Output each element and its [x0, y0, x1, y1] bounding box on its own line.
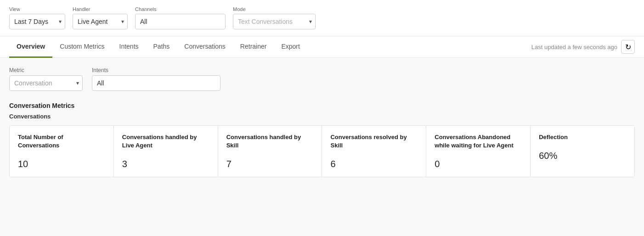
metric-select[interactable]: Conversation — [9, 75, 83, 91]
nav-tabs-left: Overview Custom Metrics Intents Paths Co… — [9, 36, 531, 57]
metric-cards-row: Total Number of Conversations10Conversat… — [9, 125, 635, 177]
mode-label: Mode — [233, 6, 316, 12]
metric-card-value-handled-live-agent: 3 — [122, 159, 209, 169]
view-label: View — [9, 6, 65, 12]
metric-card-title-total-conversations: Total Number of Conversations — [18, 133, 105, 150]
metric-card-value-resolved-skill: 6 — [330, 159, 418, 169]
metric-label: Metric — [9, 67, 83, 73]
main-content: Metric Conversation Intents Conversation… — [0, 58, 644, 186]
tab-conversations[interactable]: Conversations — [177, 36, 233, 58]
metric-card-title-resolved-skill: Conversations resolved by Skill — [330, 133, 418, 150]
handler-filter-group: Handler Live Agent Bot All — [73, 6, 128, 29]
metric-card-title-handled-skill: Conversations handled by Skill — [226, 133, 314, 150]
tab-paths[interactable]: Paths — [146, 36, 177, 58]
metric-card-handled-skill: Conversations handled by Skill7 — [218, 126, 322, 177]
handler-select[interactable]: Live Agent Bot All — [73, 14, 128, 29]
refresh-button[interactable]: ↻ — [621, 40, 635, 54]
metric-select-wrapper: Conversation — [9, 75, 83, 91]
mode-filter-group: Mode Text Conversations — [233, 6, 316, 29]
refresh-icon: ↻ — [625, 43, 631, 51]
filter-row: Metric Conversation Intents — [9, 67, 635, 91]
metric-card-title-handled-live-agent: Conversations handled by Live Agent — [122, 133, 209, 150]
metric-card-title-abandoned-live-agent: Conversations Abandoned while waiting fo… — [435, 133, 522, 150]
metric-card-value-deflection: 60% — [539, 151, 626, 161]
last-updated-text: Last updated a few seconds ago — [531, 44, 617, 51]
tab-export[interactable]: Export — [274, 36, 307, 58]
metric-card-title-deflection: Deflection — [539, 133, 626, 141]
tab-retrainer[interactable]: Retrainer — [233, 36, 274, 58]
metric-card-value-total-conversations: 10 — [18, 159, 105, 169]
channels-input[interactable] — [135, 14, 226, 29]
view-select-wrapper: Last 7 Days Last 30 Days Last 90 Days — [9, 14, 65, 29]
channels-label: Channels — [135, 6, 226, 12]
intents-input[interactable] — [92, 75, 220, 91]
view-select[interactable]: Last 7 Days Last 30 Days Last 90 Days — [9, 14, 65, 29]
intents-label: Intents — [92, 67, 220, 73]
tab-overview[interactable]: Overview — [9, 36, 52, 58]
metric-card-abandoned-live-agent: Conversations Abandoned while waiting fo… — [426, 126, 531, 177]
channels-filter-group: Channels — [135, 6, 226, 29]
handler-label: Handler — [73, 6, 128, 12]
mode-select-wrapper: Text Conversations — [233, 14, 316, 29]
nav-tabs: Overview Custom Metrics Intents Paths Co… — [0, 36, 644, 58]
metric-card-deflection: Deflection60% — [531, 126, 634, 177]
metric-card-handled-live-agent: Conversations handled by Live Agent3 — [114, 126, 218, 177]
view-filter-group: View Last 7 Days Last 30 Days Last 90 Da… — [9, 6, 65, 29]
metrics-section-subtitle: Conversations — [9, 113, 635, 120]
top-bar: View Last 7 Days Last 30 Days Last 90 Da… — [0, 0, 644, 36]
handler-select-wrapper: Live Agent Bot All — [73, 14, 128, 29]
mode-select[interactable]: Text Conversations — [233, 14, 316, 29]
tab-intents[interactable]: Intents — [112, 36, 146, 58]
intents-filter-group: Intents — [92, 67, 220, 91]
metric-filter-group: Metric Conversation — [9, 67, 83, 91]
metric-card-value-abandoned-live-agent: 0 — [435, 159, 522, 169]
nav-tabs-right: Last updated a few seconds ago ↻ — [531, 40, 635, 54]
tab-custom-metrics[interactable]: Custom Metrics — [52, 36, 112, 58]
metric-card-resolved-skill: Conversations resolved by Skill6 — [322, 126, 426, 177]
metrics-section-title: Conversation Metrics — [9, 102, 635, 109]
metric-card-total-conversations: Total Number of Conversations10 — [10, 126, 114, 177]
metric-card-value-handled-skill: 7 — [226, 159, 314, 169]
